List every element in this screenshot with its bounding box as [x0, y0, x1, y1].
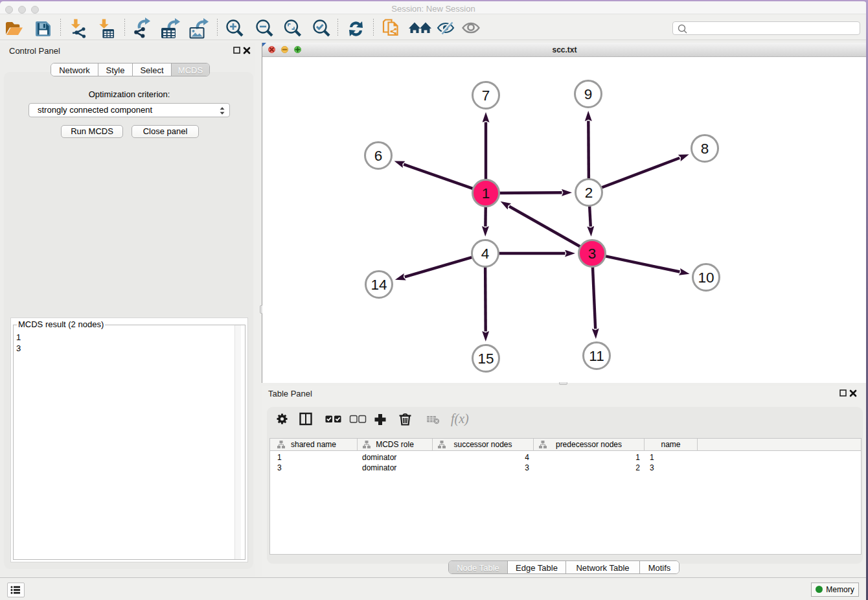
svg-text:9: 9	[584, 86, 593, 102]
svg-text:7: 7	[482, 87, 490, 104]
svg-text:15: 15	[477, 351, 494, 367]
svg-text:f(x): f(x)	[451, 411, 469, 426]
svg-text:4: 4	[481, 246, 490, 262]
svg-text:3: 3	[588, 246, 597, 262]
svg-text:6: 6	[374, 148, 383, 164]
svg-text:1: 1	[482, 185, 490, 202]
svg-text:11: 11	[589, 348, 604, 364]
svg-text:14: 14	[371, 277, 387, 293]
svg-text:2: 2	[585, 185, 593, 201]
svg-text:8: 8	[701, 141, 709, 157]
svg-text:10: 10	[698, 270, 714, 286]
